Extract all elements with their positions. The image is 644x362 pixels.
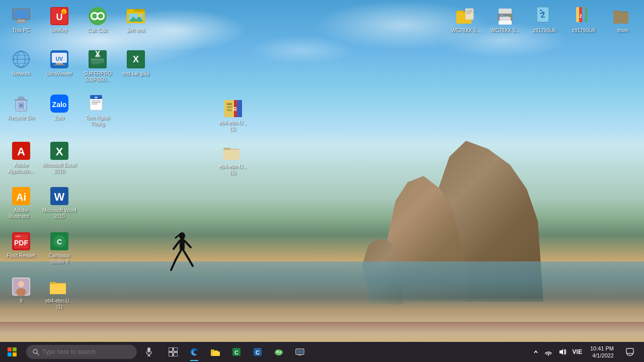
desktop-icons-row2: Network UV UltraViewer X [0, 44, 157, 88]
foxit-reader-label: Foxit Reader [7, 253, 35, 259]
system-clock[interactable]: 10:41 PM 4/1/2022 [586, 345, 618, 359]
thom-icon[interactable]: thom [604, 3, 642, 37]
superpro-icon[interactable]: X X SUPERPRO 500P&50... [78, 46, 117, 86]
svg-rect-140 [174, 352, 178, 356]
camtasia-icon[interactable]: C Camtasia Studio 8 [40, 228, 78, 268]
camtasia-tb-icon: C [232, 347, 241, 356]
z91790-2-icon[interactable]: z z91790Li6 [565, 3, 603, 37]
svg-rect-105 [223, 150, 239, 160]
svg-point-62 [20, 66, 22, 68]
desktop: This PC U K UniKey [0, 0, 644, 362]
tem-ngoai-thung-label: Tem Ngoài Thùng [80, 115, 115, 127]
ms-excel-2010-icon[interactable]: X Microsoft Excel 2010 [40, 138, 78, 177]
svg-rect-39 [499, 21, 512, 25]
desktop-icons-row5: Ai Adobe Illustrator... W Microsoft Word… [0, 181, 80, 225]
notification-icon [626, 348, 634, 356]
svg-point-41 [509, 15, 511, 17]
svg-point-20 [92, 14, 97, 19]
svg-rect-40 [501, 15, 503, 17]
test-ket-giay-icon[interactable]: X test kết giấy [117, 46, 155, 86]
volume-button[interactable] [556, 342, 569, 362]
svg-point-148 [275, 349, 283, 355]
svg-rect-99 [227, 103, 232, 105]
svg-rect-93 [92, 101, 101, 102]
svg-point-61 [20, 50, 22, 52]
ultraviewer-icon[interactable]: UV UltraViewer [40, 46, 78, 86]
clock-date: 4/1/2022 [590, 352, 614, 359]
eb4-ebn-folder-light-icon[interactable]: eb4-ebn-U... (1) [214, 139, 252, 179]
svg-point-64 [28, 58, 30, 60]
svg-marker-157 [559, 349, 563, 355]
wc78xx-2-icon[interactable]: WC78XX 5... [486, 3, 524, 37]
this-pc-icon[interactable]: This PC [2, 3, 40, 37]
coc-coc-icon[interactable]: Cốc Cốc [78, 3, 117, 37]
svg-text:Zalo: Zalo [52, 101, 67, 109]
microphone-button[interactable] [139, 342, 159, 362]
desktop-icons-row7: 9 eb4-ebn-U... (1) [0, 272, 80, 315]
svg-line-2 [174, 241, 180, 249]
game-button[interactable] [269, 342, 289, 362]
svg-point-156 [547, 354, 549, 356]
recycle-bin-icon[interactable]: ♻ Recycle Bin [2, 90, 40, 130]
svg-line-3 [185, 241, 191, 247]
svg-rect-134 [147, 347, 150, 352]
svg-text:UV: UV [56, 56, 63, 62]
edge-icon [190, 347, 199, 356]
wc78xx-1-label: WC78XX 5... [451, 28, 480, 34]
eb4-ebn-folder-bottom-icon[interactable]: eb4-ebn-U... (1) [40, 274, 78, 313]
ms-word-2010-icon[interactable]: W Microsoft Word 2010 [40, 183, 78, 223]
anh-test-icon[interactable]: ảnh test [117, 3, 155, 37]
svg-rect-38 [500, 17, 511, 21]
svg-rect-11 [18, 20, 25, 22]
network-tray-icon[interactable] [542, 342, 554, 362]
svg-line-6 [183, 250, 189, 259]
svg-text:K: K [63, 11, 65, 14]
svg-rect-45 [540, 10, 542, 11]
task-view-button[interactable] [163, 342, 183, 362]
svg-text:X: X [95, 50, 101, 58]
file-explorer-button[interactable] [205, 342, 225, 362]
adobe-app-icon[interactable]: A Adobe Applicatin... [2, 138, 40, 177]
taskbar-search-bar[interactable] [26, 345, 137, 359]
zalo-icon[interactable]: Zalo Zalo [40, 90, 78, 130]
eb4-ebn-folder-label: eb4-ebn-U... (1) [216, 164, 250, 176]
adobe-illustrator-icon[interactable]: Ai Adobe Illustrator... [2, 183, 40, 223]
volume-icon [558, 348, 567, 356]
camtasia-tb-button[interactable]: C [226, 342, 247, 362]
z91790-1-icon[interactable]: Z z91790Li6 [525, 3, 564, 37]
edge-button[interactable] [184, 342, 204, 362]
svg-rect-34 [466, 12, 472, 13]
ms-excel-label: Microsoft Excel 2010 [42, 162, 76, 174]
svg-rect-94 [92, 102, 101, 103]
eb4-ebn-winrar-icon[interactable]: R eb4-ebn-U... (1) [214, 96, 252, 135]
notification-center-button[interactable] [620, 342, 640, 362]
svg-rect-155 [298, 354, 301, 355]
svg-text:C: C [234, 349, 238, 355]
remote-button[interactable] [290, 342, 310, 362]
thom-label: thom [617, 28, 628, 34]
show-hidden-icons-button[interactable] [531, 342, 540, 362]
wc78xx-1-icon[interactable]: WC78XX 5... [447, 3, 485, 37]
svg-rect-95 [92, 104, 98, 105]
start-button[interactable] [0, 342, 24, 362]
network-icon[interactable]: Network [2, 46, 40, 86]
tem-ngoai-thung-icon[interactable]: W Tem Ngoài Thùng [78, 90, 117, 130]
unikey-icon[interactable]: U K UniKey [40, 3, 78, 37]
photo-9-icon[interactable]: 9 [2, 274, 40, 313]
language-selector[interactable]: VIE [571, 342, 584, 362]
svg-rect-73 [91, 59, 104, 60]
foxit-reader-icon[interactable]: PDF Foxit Reader [2, 228, 40, 268]
system-tray: VIE 10:41 PM 4/1/2022 [531, 342, 644, 362]
svg-rect-33 [466, 10, 472, 11]
svg-line-4 [176, 250, 181, 260]
adobe-illustrator-label: Adobe Illustrator... [4, 208, 38, 220]
desktop-icons-row3: ♻ Recycle Bin Zalo Zalo W [0, 88, 119, 132]
camtasia2-tb-button[interactable]: C [248, 342, 268, 362]
ultraviewer-label: UltraViewer [46, 71, 72, 77]
language-label: VIE [573, 348, 582, 355]
svg-text:W: W [54, 191, 65, 203]
wc78xx-2-label: WC78XX 5... [491, 28, 520, 34]
svg-text:W: W [95, 96, 98, 99]
desktop-icons-row1: This PC U K UniKey [0, 1, 157, 39]
search-input[interactable] [42, 348, 123, 355]
